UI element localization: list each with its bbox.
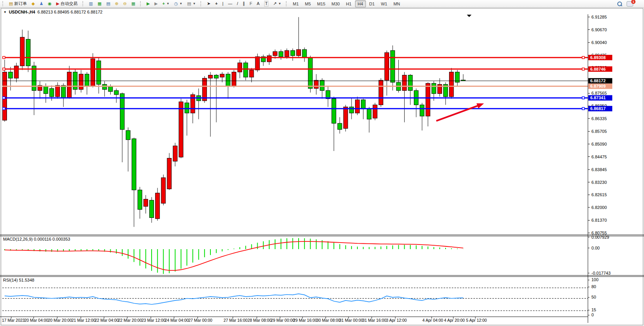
line-handle[interactable] xyxy=(582,97,584,99)
candle xyxy=(267,54,272,65)
candle xyxy=(32,62,36,115)
resistance-line-2[interactable] xyxy=(2,68,588,70)
candle xyxy=(132,138,136,227)
svg-text:6.88746: 6.88746 xyxy=(590,67,606,71)
candle xyxy=(196,88,201,119)
candle xyxy=(55,82,60,98)
rsi-axis-tick: 0 xyxy=(591,312,594,317)
candle xyxy=(61,83,66,107)
line-handle[interactable] xyxy=(3,68,5,70)
candle xyxy=(208,72,213,137)
rsi-axis-tick: 80 xyxy=(591,284,596,289)
time-axis-label: 27 Mar 16:00 xyxy=(224,318,248,323)
time-axis-label: 29 Mar 00:00 xyxy=(271,318,295,323)
candle xyxy=(402,72,407,122)
price-tag: 6.88172 xyxy=(588,78,612,83)
price-axis-tick: 6.83230 xyxy=(591,180,607,185)
price-axis-tick: 6.82615 xyxy=(591,192,607,197)
price-axis-tick: 6.83845 xyxy=(591,167,607,172)
candle xyxy=(338,117,342,133)
line-handle[interactable] xyxy=(582,68,584,70)
candle xyxy=(120,93,125,163)
time-axis-label: 5 Apr 12:00 xyxy=(466,318,487,323)
time-axis-label: 17 Mar 2023 xyxy=(2,318,25,323)
annotation-arrow[interactable] xyxy=(436,103,484,121)
candle xyxy=(67,66,72,99)
candle xyxy=(355,97,360,115)
candle xyxy=(73,69,77,95)
candle xyxy=(91,53,95,88)
price-axis-tick: 6.90670 xyxy=(591,27,607,32)
time-axis-label: 4 Apr 20:00 xyxy=(444,318,465,323)
time-axis-label: 20 Mar 20:00 xyxy=(48,318,72,323)
time-axis-label: 24 Mar 04:00 xyxy=(165,318,189,323)
candle xyxy=(302,48,307,62)
candle xyxy=(461,74,465,81)
rsi-label: RSI(14) 51.5348 xyxy=(3,278,34,282)
line-handle[interactable] xyxy=(582,107,584,110)
candle xyxy=(226,72,230,99)
candle xyxy=(414,88,419,117)
time-axis-label: 3 Apr 12:00 xyxy=(386,318,407,323)
line-handle[interactable] xyxy=(3,56,5,59)
price-axis-tick: 6.81370 xyxy=(591,218,607,222)
candle xyxy=(50,85,54,101)
support-line-2[interactable] xyxy=(2,107,588,110)
macd-signal-line xyxy=(5,241,463,270)
svg-text:6.86817: 6.86817 xyxy=(590,106,606,111)
candle xyxy=(290,48,295,61)
time-axis-label: 31 Mar 16:00 xyxy=(362,318,386,323)
candle xyxy=(426,82,430,126)
candle xyxy=(314,74,318,95)
candle xyxy=(261,54,265,66)
time-axis-label: 22 Mar 20:00 xyxy=(118,318,142,323)
candle xyxy=(102,81,107,97)
time-axis-label: 30 Mar 08:00 xyxy=(316,318,340,323)
candle xyxy=(202,76,207,103)
line-handle[interactable] xyxy=(3,107,5,110)
candle xyxy=(79,70,83,92)
price-axis-tick: 6.86335 xyxy=(591,116,607,121)
candle xyxy=(232,70,236,87)
candle xyxy=(367,107,371,132)
candle xyxy=(179,99,183,158)
candle xyxy=(173,143,177,166)
candle xyxy=(167,153,171,190)
time-axis-label: 27 Mar 00:00 xyxy=(188,318,212,323)
price-axis-tick: 6.91285 xyxy=(591,15,607,19)
candle xyxy=(420,103,424,131)
chart-shift-marker[interactable] xyxy=(467,15,471,17)
candle xyxy=(320,78,324,98)
price-tag: 6.87909 xyxy=(588,83,612,89)
price-tag: 6.86817 xyxy=(588,106,612,111)
price-axis-tick: 6.90040 xyxy=(591,40,607,45)
candle xyxy=(85,72,89,95)
candle xyxy=(155,188,160,221)
price-tag: 6.88746 xyxy=(588,66,612,72)
price-axis-tick: 6.87565 xyxy=(591,91,607,95)
time-axis-label: 23 Mar 12:00 xyxy=(142,318,166,323)
time-axis-label: 20 Mar 04:00 xyxy=(24,318,48,323)
svg-text:6.89308: 6.89308 xyxy=(590,55,606,60)
rsi-line xyxy=(5,294,463,304)
candle xyxy=(191,93,195,124)
resistance-line-1[interactable] xyxy=(2,56,588,59)
time-axis-label: 4 Apr 04:00 xyxy=(422,318,443,323)
line-handle[interactable] xyxy=(3,97,5,99)
line-handle[interactable] xyxy=(582,56,584,59)
macd-indicator xyxy=(5,238,463,274)
candle xyxy=(279,49,283,60)
candle xyxy=(249,68,254,82)
support-line-1[interactable] xyxy=(2,97,588,99)
candle xyxy=(391,46,395,91)
candle xyxy=(373,103,377,120)
candle xyxy=(326,87,330,107)
candle xyxy=(161,175,166,205)
macd-axis-tick: 0.00 xyxy=(591,246,600,250)
chart-canvas[interactable]: 6.912856.906706.900406.894256.888106.881… xyxy=(0,0,644,326)
candle xyxy=(408,74,412,105)
candle xyxy=(14,63,19,82)
candle xyxy=(9,67,13,90)
candle xyxy=(379,78,383,107)
rsi-axis-tick: 100 xyxy=(591,277,598,282)
